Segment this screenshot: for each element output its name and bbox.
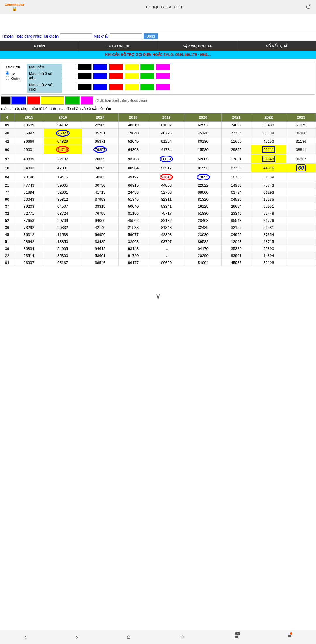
table-row[interactable]: 36 73292 96332 42140 21588 81843 32489 3… (0, 224, 316, 231)
nav-item-forum[interactable]: N ĐÀN (0, 41, 79, 51)
mau-chu2-white[interactable] (62, 84, 76, 90)
mau-chu3-magenta[interactable] (156, 73, 170, 79)
mau-nen-white[interactable] (62, 64, 76, 70)
nav-item-loto[interactable]: LOTO ONLINE (79, 41, 158, 51)
cell-97616-red[interactable]: 97616 (160, 174, 173, 180)
table-row[interactable]: 97 40389 22187 70059 93788 30051 52085 1… (0, 154, 316, 164)
mau-chu2-red[interactable] (109, 84, 123, 90)
mau-nen-magenta[interactable] (156, 64, 170, 70)
grid-settings: Tạo lưới Có Không Màu nền Màu chữ 3 số đ… (1, 62, 315, 95)
table-row[interactable]: 09 10689 94102 22989 48319 61697 62557 7… (0, 122, 316, 129)
col-header-2022: 2022 (251, 113, 286, 122)
username-input[interactable] (60, 33, 92, 39)
table-row[interactable]: 37 39208 04507 08819 50040 53841 16129 2… (0, 203, 316, 210)
data-table-wrapper: 4 2015 2016 2017 2018 2019 2020 2021 202… (0, 113, 316, 266)
cell-60-handwritten[interactable]: 60 (296, 164, 306, 171)
support-bar: KHI CẦN HỖ TRỢ GỌI ĐIỆN HOẶC ZALO: 0986.… (0, 51, 316, 59)
mau-nen-blue[interactable] (93, 64, 107, 70)
nav-item-nap[interactable]: NẠP VIP, PRO, XU (158, 41, 237, 51)
palette-note: (Ô dài hơn là màu đang được chọn) (95, 99, 147, 103)
col-header-2016: 2016 (44, 113, 82, 122)
col-header-2017: 2017 (82, 113, 118, 122)
login-text2: Hoặc đăng nhập: Tài khoản (15, 34, 59, 38)
table-row[interactable]: 04 20180 19416 50363 49197 97616 13853 1… (0, 173, 316, 182)
col-header-2018: 2018 (119, 113, 148, 122)
palette-blue[interactable] (11, 96, 26, 105)
table-row[interactable]: 22 63514 85300 58601 91720 . 20290 93901… (0, 252, 316, 259)
col-header-2015: 2015 (14, 113, 44, 122)
mau-chu3-white[interactable] (62, 73, 76, 79)
table-row[interactable]: 42 86669 04829 95371 52049 91254 80180 1… (0, 138, 316, 145)
palette-green[interactable] (65, 96, 80, 105)
scroll-down-arrow[interactable]: ∨ (0, 290, 316, 303)
mau-chu3-yellow[interactable] (125, 73, 139, 79)
cell-79857-blue[interactable]: 79857 (93, 146, 107, 153)
radio-khong[interactable] (6, 76, 9, 80)
palette-red[interactable] (27, 96, 40, 105)
table-row[interactable]: 52 87653 99709 64060 45562 82182 28463 9… (0, 217, 316, 224)
radio-co[interactable] (6, 71, 9, 75)
table-row[interactable]: 45 36312 11538 66956 59077 42303 23030 0… (0, 231, 316, 238)
mau-chu3-red[interactable] (109, 73, 123, 79)
mau-chu3-black[interactable] (78, 73, 92, 79)
table-row[interactable]: 77 81894 32801 41715 24453 52783 88000 6… (0, 189, 316, 196)
lock-icon: 🔒 (12, 6, 17, 11)
table-row[interactable]: 39 80834 54005 94612 93143 ... 04170 353… (0, 245, 316, 252)
table-row[interactable]: 90 60043 35812 37993 51845 82811 81320 0… (0, 196, 316, 203)
mau-chu2-yellow[interactable] (125, 84, 139, 90)
mau-nen-black[interactable] (78, 64, 92, 70)
mau-nen-yellow[interactable] (125, 64, 139, 70)
mau-nen-red[interactable] (109, 64, 123, 70)
cell-04829[interactable]: 04829 (57, 139, 68, 144)
table-row[interactable]: 51 58642 13850 38485 32963 03797 89582 1… (0, 238, 316, 245)
table-row[interactable]: 48 55897 76320 05731 19640 40725 45148 7… (0, 129, 316, 138)
palette-magenta[interactable] (81, 96, 93, 105)
table-row[interactable]: 90 99001 14716 79857 64308 41784 15580 2… (0, 145, 316, 154)
mau-chu2-blue[interactable] (93, 84, 107, 90)
nav-bar: N ĐÀN LOTO ONLINE NẠP VIP, PRO, XU SỐ KẾ… (0, 41, 316, 51)
table-row[interactable]: 21 47743 39005 00730 66915 44868 22022 1… (0, 182, 316, 189)
mau-chu2-black[interactable] (78, 84, 92, 90)
cell-53517[interactable]: 53517 (161, 166, 172, 170)
col-header-2019: 2019 (148, 113, 185, 122)
mau-nen-green[interactable] (140, 64, 154, 70)
color-palette: (Ô dài hơn là màu đang được chọn) (1, 96, 315, 105)
mau-chu3-blue[interactable] (93, 73, 107, 79)
col-header-2023: 2023 (286, 113, 316, 122)
cell-01548[interactable]: 01548 (262, 156, 275, 162)
col-header-4: 4 (0, 113, 14, 122)
cell-30051-blue[interactable]: 30051 (160, 156, 173, 162)
login-text1: i khoản (2, 34, 14, 38)
col-header-2020: 2020 (185, 113, 221, 122)
table-row[interactable]: 32 72771 68724 76795 81156 75717 51880 2… (0, 210, 316, 217)
password-input[interactable] (110, 33, 142, 39)
mau-chu-3-label: Màu chữ 3 số đầu (27, 70, 62, 81)
table-row[interactable]: 10 34803 47831 34369 00964 53517 01993 8… (0, 164, 316, 173)
nav-item-so[interactable]: SỐ KẾT QUẢ (237, 41, 316, 51)
login-bar: i khoản Hoặc đăng nhập: Tài khoản Mật kh… (0, 32, 316, 41)
table-row[interactable]: 04 26997 95167 68546 96177 80620 54004 4… (0, 259, 316, 266)
mau-chu2-green[interactable] (140, 84, 154, 90)
cell-13853-blue[interactable]: 13853 (197, 174, 210, 180)
password-label: Mật khẩu (94, 34, 108, 38)
browser-logo: webxoso.net 🔒 (5, 3, 24, 11)
tao-luoi-label: Tạo lưới Có Không (3, 64, 27, 93)
instruction-text: màu cho ô, chọn màu tô bên trên, sau đó … (1, 106, 315, 111)
palette-black[interactable] (1, 96, 11, 105)
mau-chu3-green[interactable] (140, 73, 154, 79)
palette-yellow[interactable] (41, 96, 64, 105)
cell-14716-red[interactable]: 14716 (56, 146, 69, 153)
browser-url: congcuxoso.com (146, 4, 184, 10)
mau-chu2-magenta[interactable] (156, 84, 170, 90)
data-table: 4 2015 2016 2017 2018 2019 2020 2021 202… (0, 113, 316, 266)
mau-chu-2-label: Màu chữ 2 số cuối (27, 81, 62, 93)
col-header-2021: 2021 (221, 113, 251, 122)
login-button[interactable]: Đăng (144, 33, 158, 39)
mau-nen-label: Màu nền (27, 64, 62, 70)
reload-button[interactable]: ↺ (305, 3, 311, 11)
cell-highlighted-blue-circle[interactable]: 76320 (56, 130, 70, 137)
cell-62111-blue[interactable]: 62111 (262, 146, 275, 153)
